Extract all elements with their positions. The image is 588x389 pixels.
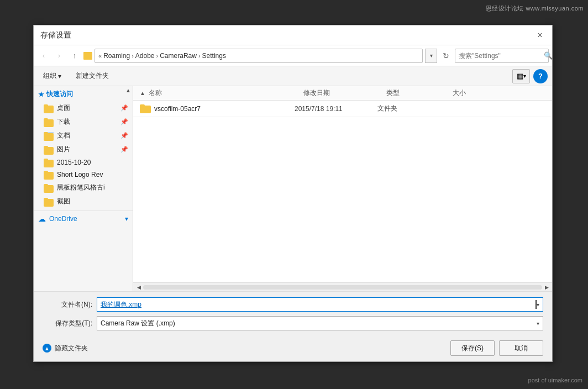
hide-folders-section: ▲ 隐藏文件夹 [43, 344, 88, 353]
breadcrumb-adobe[interactable]: Adobe [135, 52, 155, 60]
search-icon: 🔍 [544, 51, 553, 60]
onedrive-icon: ☁ [38, 214, 46, 223]
folder-icon-blackboard [44, 184, 54, 192]
sidebar-item-documents[interactable]: 文档 📌 [34, 129, 133, 143]
col-header-date[interactable]: 修改日期 [303, 88, 386, 98]
sort-arrow-icon[interactable]: ▲ [140, 90, 145, 96]
onedrive-label: OneDrive [49, 215, 77, 223]
sidebar-onedrive[interactable]: ☁ OneDrive ▾ [34, 211, 133, 225]
filetype-label: 保存类型(T): [43, 319, 92, 328]
sidebar-item-pictures[interactable]: 图片 📌 [34, 143, 133, 156]
organize-button[interactable]: 组织 ▾ [38, 69, 66, 83]
organize-arrow-icon: ▾ [58, 72, 61, 80]
file-list-header: ▲ 名称 修改日期 类型 大小 [133, 86, 552, 101]
file-cell-name: vscofilm-05acr7 [154, 105, 295, 113]
address-dropdown-button[interactable]: ▾ [425, 49, 437, 63]
file-cell-date: 2015/7/18 19:11 [295, 105, 377, 113]
nav-back-button[interactable]: ‹ [37, 49, 50, 62]
sidebar-item-label-downloads: 下载 [57, 117, 117, 127]
sidebar-item-2015[interactable]: 2015-10-20 [34, 156, 133, 169]
sidebar-item-label-blackboard: 黑板粉笔风格古i [57, 183, 128, 192]
sidebar-item-label-documents: 文档 [57, 131, 117, 140]
save-button[interactable]: 保存(S) [450, 340, 495, 356]
breadcrumb-sep1: › [132, 52, 134, 59]
new-folder-button[interactable]: 新建文件夹 [71, 69, 114, 83]
dialog-window: 存储设置 × ‹ › ↑ « Roaming › Adobe › CameraR… [33, 25, 553, 362]
hscroll-left-button[interactable]: ◀ [134, 283, 143, 292]
buttons-row: ▲ 隐藏文件夹 保存(S) 取消 [34, 336, 552, 361]
col-header-type[interactable]: 类型 [386, 88, 453, 98]
folder-icon-2015 [44, 159, 54, 166]
pin-icon-desktop: 📌 [120, 104, 128, 112]
watermark-top: 恩经设计论坛 www.missyuan.com [486, 4, 584, 13]
sidebar-item-label-2015: 2015-10-20 [57, 159, 128, 166]
address-path[interactable]: « Roaming › Adobe › CameraRaw › Settings [95, 49, 423, 63]
new-folder-label: 新建文件夹 [76, 71, 109, 81]
filename-input[interactable]: 我的调色.xmp ▾ [97, 297, 543, 312]
toolbar: 组织 ▾ 新建文件夹 ▦ ▾ ? [34, 66, 552, 86]
sidebar-item-label-screenshot: 截图 [57, 197, 128, 206]
sidebar-item-label-shortlogo: Short Logo Rev [57, 171, 128, 178]
filetype-select[interactable]: Camera Raw 设置 (.xmp) ▾ [97, 316, 543, 330]
view-icon: ▦ [517, 72, 523, 80]
hide-icon: ▲ [43, 344, 51, 353]
star-icon: ★ [38, 91, 44, 98]
close-button[interactable]: × [532, 28, 548, 43]
cancel-button[interactable]: 取消 [499, 340, 543, 356]
toolbar-right: ▦ ▾ ? [512, 69, 548, 83]
filename-dropdown-icon[interactable]: ▾ [537, 302, 539, 308]
search-box[interactable]: 🔍 [455, 49, 549, 63]
file-folder-icon [140, 104, 151, 113]
nav-forward-button[interactable]: › [53, 49, 66, 62]
help-button[interactable]: ? [533, 69, 548, 83]
filename-label: 文件名(N): [43, 300, 92, 309]
file-list: ▲ 名称 修改日期 类型 大小 vscofilm-05acr7 2015/7/1… [133, 86, 552, 291]
sidebar-quick-access-header: ★ 快速访问 [34, 86, 133, 101]
hscroll-track[interactable] [143, 285, 542, 290]
view-button[interactable]: ▦ ▾ [512, 69, 530, 83]
organize-label: 组织 [43, 71, 56, 81]
sidebar-item-label-pictures: 图片 [57, 145, 117, 154]
search-input[interactable] [459, 52, 542, 60]
breadcrumb-sep2: › [156, 52, 159, 59]
nav-up-button[interactable]: ↑ [68, 49, 81, 62]
sidebar-item-screenshot[interactable]: 截图 [34, 195, 133, 208]
breadcrumb-roaming[interactable]: Roaming [103, 52, 130, 60]
folder-icon-pictures [44, 146, 54, 154]
hscroll-right-button[interactable]: ▶ [542, 283, 551, 292]
filename-row: 文件名(N): 我的调色.xmp ▾ [43, 297, 543, 312]
sidebar: ▲ ★ 快速访问 桌面 📌 下载 📌 文档 📌 [34, 86, 133, 291]
watermark-bottom: post of uimaker.com [528, 377, 582, 383]
folder-icon-desktop [44, 104, 54, 112]
breadcrumb-separator: « [98, 52, 102, 59]
folder-icon-downloads [44, 118, 54, 126]
col-header-name[interactable]: 名称 [149, 88, 303, 98]
table-row[interactable]: vscofilm-05acr7 2015/7/18 19:11 文件夹 [133, 101, 552, 117]
filetype-value: Camera Raw 设置 (.xmp) [101, 319, 175, 328]
filetype-row: 保存类型(T): Camera Raw 设置 (.xmp) ▾ [43, 316, 543, 330]
sidebar-item-label-desktop: 桌面 [57, 103, 117, 113]
breadcrumb-settings[interactable]: Settings [202, 52, 226, 60]
sidebar-item-downloads[interactable]: 下载 📌 [34, 115, 133, 129]
sidebar-item-desktop[interactable]: 桌面 📌 [34, 101, 133, 115]
pin-icon-documents: 📌 [120, 132, 128, 139]
filetype-dropdown-icon[interactable]: ▾ [537, 320, 539, 327]
filename-value: 我的调色.xmp [101, 300, 535, 309]
hide-folders-button[interactable]: 隐藏文件夹 [55, 344, 88, 353]
folder-icon [83, 52, 92, 60]
sidebar-scroll-up[interactable]: ▲ [124, 86, 133, 94]
folder-icon-documents [44, 132, 54, 140]
bottom-form: 文件名(N): 我的调色.xmp ▾ 保存类型(T): Camera Raw 设… [34, 291, 552, 336]
sidebar-item-blackboard[interactable]: 黑板粉笔风格古i [34, 181, 133, 195]
breadcrumb-cameraraw[interactable]: CameraRaw [160, 52, 197, 60]
view-arrow-icon: ▾ [523, 73, 526, 79]
folder-icon-screenshot [44, 198, 54, 206]
quick-access-label: 快速访问 [46, 90, 73, 99]
dialog-title: 存储设置 [38, 30, 532, 40]
horizontal-scrollbar[interactable]: ◀ ▶ [133, 282, 552, 291]
sidebar-item-shortlogo[interactable]: Short Logo Rev [34, 169, 133, 181]
pin-icon-pictures: 📌 [120, 146, 128, 153]
col-header-size[interactable]: 大小 [453, 88, 545, 98]
content-area: ▲ ★ 快速访问 桌面 📌 下载 📌 文档 📌 [34, 86, 552, 291]
refresh-button[interactable]: ↻ [439, 49, 453, 62]
